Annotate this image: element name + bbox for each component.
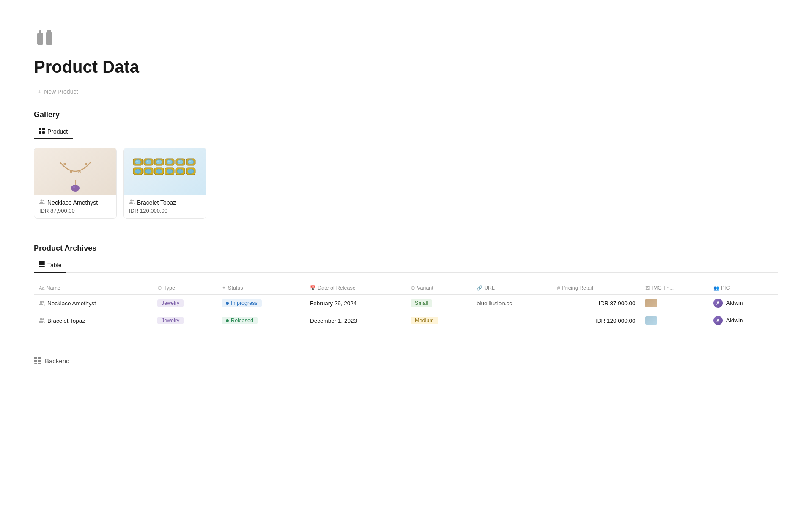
backend-icon <box>34 356 41 365</box>
col-url: 🔗URL <box>472 281 552 295</box>
necklace-card-price: IDR 87,900.00 <box>39 208 111 214</box>
bracelet-image <box>124 148 206 195</box>
col-date-of-release: 📅Date of Release <box>305 281 406 295</box>
svg-point-34 <box>189 161 191 162</box>
row2-name: Bracelet Topaz <box>34 312 152 329</box>
svg-rect-59 <box>38 360 41 362</box>
tab-table-label: Table <box>47 262 61 269</box>
row2-type: Jewelry <box>152 312 217 329</box>
svg-point-28 <box>168 161 170 162</box>
bracelet-card-name: Bracelet Topaz <box>129 199 201 206</box>
svg-rect-60 <box>34 363 37 364</box>
svg-rect-51 <box>39 266 45 267</box>
row1-type: Jewelry <box>152 295 217 312</box>
row2-img <box>640 312 708 329</box>
row2-variant: Medium <box>406 312 472 329</box>
status-dot <box>226 302 229 305</box>
table-row[interactable]: Bracelet Topaz Jewelry Released December… <box>34 312 778 329</box>
row1-variant: Small <box>406 295 472 312</box>
row1-url: blueillusion.cc <box>472 295 552 312</box>
tab-product-label: Product <box>47 128 68 135</box>
row2-status: Released <box>217 312 305 329</box>
table-icon <box>39 261 45 269</box>
svg-point-30 <box>177 160 183 164</box>
svg-point-24 <box>156 160 162 164</box>
svg-point-14 <box>85 163 87 165</box>
col-pic: 👥PIC <box>708 281 778 295</box>
row1-pic: A Aldwin <box>708 295 778 312</box>
svg-point-27 <box>167 160 173 164</box>
img-thumbnail-necklace <box>645 299 657 307</box>
svg-point-46 <box>188 169 194 174</box>
col-img-th: 🖼IMG Th... <box>640 281 708 295</box>
backend-section[interactable]: Backend <box>34 355 778 367</box>
svg-rect-61 <box>38 363 41 364</box>
row1-pricing: IDR 87,900.00 <box>552 295 640 312</box>
gallery-card-bracelet[interactable]: Bracelet Topaz IDR 120,000.00 <box>123 148 206 219</box>
svg-rect-7 <box>42 131 45 134</box>
svg-point-9 <box>71 185 80 192</box>
svg-rect-6 <box>39 131 41 134</box>
svg-rect-0 <box>37 33 43 45</box>
necklace-card-body: Necklace Amethyst IDR 87,900.00 <box>34 195 116 218</box>
row1-img <box>640 295 708 312</box>
row2-url <box>472 312 552 329</box>
tab-table[interactable]: Table <box>34 258 66 273</box>
person-group-icon <box>39 199 45 206</box>
backend-label: Backend <box>45 357 69 364</box>
col-pricing-retail: #Pricing Retail <box>552 281 640 295</box>
archives-section: Product Archives Table AaName ⊙Type <box>34 244 778 329</box>
col-variant: ⊕Variant <box>406 281 472 295</box>
new-product-button[interactable]: + + New Product New Product <box>34 87 82 97</box>
svg-point-38 <box>145 169 151 174</box>
page-icon <box>34 25 778 52</box>
svg-point-11 <box>64 163 66 165</box>
bracelet-card-body: Bracelet Topaz IDR 120,000.00 <box>124 195 206 218</box>
svg-point-40 <box>156 169 162 174</box>
svg-point-10 <box>73 186 75 188</box>
tab-product[interactable]: Product <box>34 124 73 139</box>
svg-point-12 <box>70 171 72 173</box>
svg-rect-50 <box>39 263 45 265</box>
svg-point-31 <box>178 161 180 162</box>
svg-rect-56 <box>34 357 37 359</box>
page-title: Product Data <box>34 58 778 77</box>
svg-point-13 <box>79 171 80 173</box>
svg-point-54 <box>40 318 42 321</box>
avatar-aldwin-2: A <box>713 316 723 325</box>
svg-point-16 <box>43 200 44 201</box>
row2-pricing: IDR 120,000.00 <box>552 312 640 329</box>
svg-point-21 <box>145 160 151 164</box>
svg-point-19 <box>136 161 138 162</box>
svg-point-47 <box>130 200 132 202</box>
svg-rect-1 <box>39 30 41 34</box>
svg-point-36 <box>135 169 141 174</box>
gallery-section: Gallery Product <box>34 110 778 219</box>
gallery-card-necklace[interactable]: Necklace Amethyst IDR 87,900.00 <box>34 148 117 219</box>
status-dot-2 <box>226 319 229 322</box>
col-status: ✦Status <box>217 281 305 295</box>
row1-status: In progress <box>217 295 305 312</box>
table-tab-bar: Table <box>34 258 778 273</box>
svg-rect-4 <box>39 128 41 130</box>
svg-point-25 <box>157 161 159 162</box>
archives-title: Product Archives <box>34 244 778 253</box>
plus-icon: + <box>38 88 41 95</box>
svg-rect-5 <box>42 128 45 130</box>
svg-point-44 <box>177 169 183 174</box>
row2-pic: A Aldwin <box>708 312 778 329</box>
necklace-card-name: Necklace Amethyst <box>39 199 111 206</box>
row2-date: December 1, 2023 <box>305 312 406 329</box>
gallery-title: Gallery <box>34 110 778 119</box>
svg-point-42 <box>167 169 173 174</box>
table-row[interactable]: Necklace Amethyst Jewelry In progress Fe… <box>34 295 778 312</box>
svg-point-48 <box>132 200 134 201</box>
svg-rect-49 <box>39 261 45 263</box>
avatar-aldwin-1: A <box>713 299 723 308</box>
svg-point-52 <box>40 301 42 303</box>
svg-point-55 <box>42 318 44 320</box>
necklace-image <box>34 148 116 195</box>
svg-point-53 <box>42 301 44 303</box>
svg-point-15 <box>41 200 43 202</box>
gallery-tab-bar: Product <box>34 124 778 139</box>
